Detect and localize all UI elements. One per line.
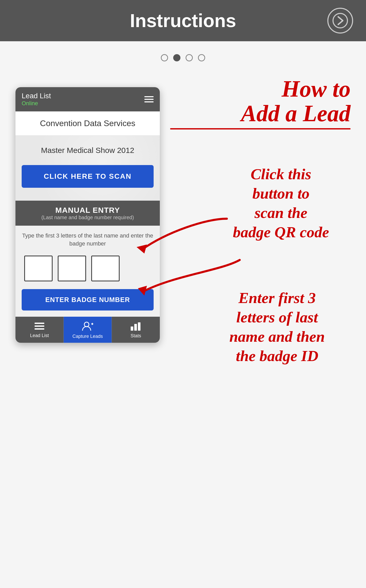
phone-header: Lead List Online [15, 87, 160, 111]
list-icon [35, 322, 44, 331]
svg-marker-10 [137, 244, 147, 254]
click-btn-line4: badge QR code [217, 223, 345, 242]
click-btn-line3: scan the [217, 203, 345, 223]
svg-rect-8 [134, 324, 137, 331]
letter-box-1[interactable] [24, 256, 53, 281]
arrow-to-letter-boxes [124, 255, 253, 306]
page-title: Instructions [130, 10, 236, 31]
show-area: Master Medical Show 2012 CLICK HERE TO S… [15, 136, 160, 201]
how-to-add-lead-text: How to Add a Lead [170, 77, 351, 129]
svg-rect-3 [35, 328, 44, 330]
arrow-right-icon [332, 13, 348, 28]
letter-box-2[interactable] [58, 256, 86, 281]
nav-lead-list[interactable]: Lead List [15, 317, 64, 343]
main-content: Lead List Online Convention Data Service… [0, 77, 366, 412]
how-to-line1: How to [170, 77, 351, 101]
dot-1[interactable] [161, 54, 168, 61]
hamburger-line-1 [144, 96, 154, 97]
online-status: Online [22, 100, 38, 107]
svg-rect-7 [131, 326, 133, 331]
svg-point-0 [333, 13, 347, 28]
nav-capture-leads-label: Capture Leads [72, 334, 103, 339]
how-to-underline [170, 128, 351, 129]
company-name: Convention Data Services [40, 119, 135, 128]
svg-point-4 [84, 322, 89, 327]
how-to-line2: Add a Lead [170, 101, 351, 126]
hamburger-line-2 [144, 99, 154, 100]
letters-arrow-svg [124, 255, 253, 306]
nav-lead-list-label: Lead List [30, 333, 49, 338]
click-btn-line1: Click this [217, 165, 345, 184]
dot-2[interactable] [173, 54, 180, 61]
phone-bottom-nav: Lead List Capture Leads [15, 317, 160, 343]
annotations-area: How to Add a Lead Click this button to s… [175, 77, 351, 412]
enter-letters-line4: the badge ID [206, 346, 348, 366]
letter-box-3[interactable] [91, 256, 120, 281]
click-btn-line2: button to [217, 184, 345, 203]
person-add-icon [82, 321, 93, 332]
svg-rect-2 [35, 325, 44, 327]
company-bar: Convention Data Services [15, 111, 160, 136]
dot-4[interactable] [198, 54, 205, 61]
bar-chart-icon [131, 322, 141, 332]
show-name: Master Medical Show 2012 [22, 146, 154, 155]
nav-stats[interactable]: Stats [112, 317, 160, 343]
hamburger-menu[interactable] [144, 96, 154, 102]
lead-list-title: Lead List [22, 92, 51, 100]
pagination-dots [0, 41, 366, 77]
click-btn-annotation: Click this button to scan the badge QR c… [217, 165, 345, 242]
dot-3[interactable] [186, 54, 193, 61]
app-header: Instructions [0, 0, 366, 41]
svg-rect-1 [35, 323, 44, 324]
svg-rect-9 [138, 322, 140, 331]
next-button[interactable] [327, 8, 353, 34]
svg-marker-11 [138, 286, 147, 296]
nav-capture-leads[interactable]: Capture Leads [64, 317, 112, 343]
scan-button[interactable]: CLICK HERE TO SCAN [22, 165, 154, 188]
hamburger-line-3 [144, 101, 154, 102]
enter-letters-line3: name and then [206, 327, 348, 346]
enter-letters-line2: letters of last [206, 308, 348, 327]
phone-header-left: Lead List Online [22, 92, 51, 107]
nav-stats-label: Stats [130, 333, 141, 339]
